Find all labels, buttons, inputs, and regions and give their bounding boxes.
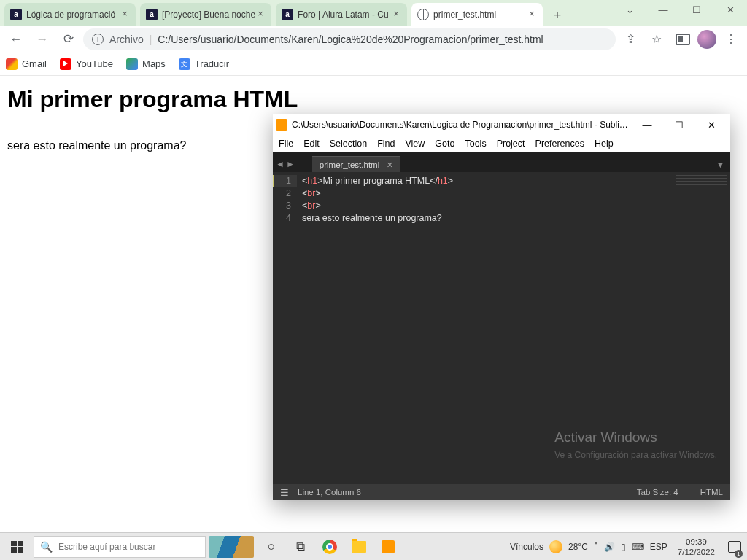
status-language[interactable]: HTML: [700, 488, 723, 497]
notifications-button[interactable]: 1: [725, 533, 744, 561]
maximize-button[interactable]: ☐: [680, 0, 713, 22]
bookmark-label: Traducir: [195, 58, 229, 69]
start-button[interactable]: [0, 533, 34, 561]
new-tab-button[interactable]: +: [547, 6, 568, 26]
clock-time: 09:39: [678, 537, 715, 547]
volume-icon[interactable]: 🔊: [604, 542, 615, 552]
sublime-editor[interactable]: 1 2 3 4 <h1>Mi primer programa HTML</h1>…: [273, 172, 730, 484]
battery-icon[interactable]: ▯: [621, 542, 626, 552]
close-icon[interactable]: ×: [527, 9, 537, 20]
keyboard-icon[interactable]: ⌨: [632, 542, 644, 552]
cortana-icon[interactable]: ○: [257, 533, 286, 561]
menu-icon[interactable]: ⋮: [719, 28, 743, 51]
code-line-2: <br>: [302, 187, 453, 200]
code-line-3: <br>: [302, 200, 453, 212]
chevron-down-icon[interactable]: ▼: [711, 158, 730, 172]
tab-1[interactable]: a [Proyecto] Buena noche ×: [140, 3, 271, 26]
bookmark-youtube[interactable]: YouTube: [60, 58, 113, 70]
tab-0[interactable]: a Lógica de programació ×: [4, 3, 136, 26]
tab-2[interactable]: a Foro | Alura Latam - Cu ×: [276, 3, 407, 26]
line-number: 2: [273, 187, 291, 200]
notification-count: 1: [735, 550, 743, 558]
bookmark-label: Gmail: [22, 58, 47, 69]
sublime-tab-arrows: ◄ ►: [273, 159, 298, 172]
menu-tools[interactable]: Tools: [465, 139, 486, 149]
close-icon[interactable]: ×: [387, 159, 392, 171]
tab-title: [Proyecto] Buena noche: [162, 9, 255, 20]
bookmark-maps[interactable]: Maps: [126, 58, 166, 70]
sublime-window: C:\Users\usuario\Documents\Karen\Logica …: [273, 114, 730, 500]
menu-help[interactable]: Help: [595, 139, 614, 149]
reload-button[interactable]: ⟳: [57, 28, 80, 51]
share-icon[interactable]: ⇪: [619, 28, 642, 51]
menu-goto[interactable]: Goto: [435, 139, 454, 149]
bookmark-translate[interactable]: 文 Traducir: [179, 58, 229, 70]
arrow-right-icon[interactable]: ►: [286, 159, 295, 169]
menu-file[interactable]: File: [279, 139, 293, 149]
search-icon: 🔍: [40, 541, 53, 553]
youtube-icon: [60, 58, 71, 70]
forward-button[interactable]: →: [31, 28, 54, 51]
bookmarks-bar: Gmail YouTube Maps 文 Traducir: [0, 52, 747, 76]
status-position[interactable]: Line 1, Column 6: [298, 488, 361, 497]
extensions-icon[interactable]: [676, 34, 690, 45]
menu-project[interactable]: Project: [497, 139, 525, 149]
tab-3-active[interactable]: primer_test.html ×: [411, 3, 543, 26]
tab-title: primer_test.html: [433, 9, 527, 20]
line-number: 3: [273, 200, 291, 212]
sidebar-toggle-icon[interactable]: ☰: [280, 487, 293, 498]
menu-selection[interactable]: Selection: [330, 139, 367, 149]
code-line-1: <h1>Mi primer programa HTML</h1>: [302, 175, 453, 187]
chevron-down-icon[interactable]: ⌄: [613, 0, 646, 22]
sublime-maximize-button[interactable]: ☐: [663, 120, 695, 131]
back-button[interactable]: ←: [4, 28, 28, 51]
url-field[interactable]: i Archivo | C:/Users/usuario/Documents/K…: [83, 28, 616, 50]
bookmark-label: Maps: [142, 58, 166, 69]
minimize-button[interactable]: —: [646, 0, 680, 22]
status-tab-size[interactable]: Tab Size: 4: [637, 488, 678, 497]
close-icon[interactable]: ×: [391, 9, 401, 20]
menu-find[interactable]: Find: [377, 139, 395, 149]
close-button[interactable]: ✕: [713, 0, 747, 22]
maps-icon: [126, 58, 138, 70]
taskbar-search[interactable]: 🔍 Escribe aquí para buscar: [34, 536, 206, 558]
task-view-icon[interactable]: ⧉: [286, 533, 315, 561]
sublime-menu-bar: File Edit Selection Find View Goto Tools…: [273, 136, 730, 152]
sublime-minimize-button[interactable]: —: [631, 120, 663, 131]
chevron-up-icon[interactable]: ˄: [594, 542, 598, 552]
arrow-left-icon[interactable]: ◄: [276, 159, 285, 169]
input-language[interactable]: ESP: [650, 542, 667, 552]
taskbar-explorer[interactable]: [344, 533, 374, 561]
line-number: 1: [273, 175, 297, 187]
menu-preferences[interactable]: Preferences: [535, 139, 584, 149]
sublime-close-button[interactable]: ✕: [695, 120, 727, 131]
close-icon[interactable]: ×: [255, 9, 266, 20]
menu-edit[interactable]: Edit: [303, 139, 320, 149]
profile-avatar[interactable]: [697, 30, 716, 49]
star-icon[interactable]: ☆: [645, 28, 668, 51]
sublime-title-bar[interactable]: C:\Users\usuario\Documents\Karen\Logica …: [273, 114, 730, 136]
close-icon[interactable]: ×: [120, 9, 130, 20]
sublime-tab-active[interactable]: primer_test.html ×: [312, 156, 400, 172]
news-widget[interactable]: [209, 536, 254, 558]
gmail-icon: [6, 58, 18, 70]
menu-view[interactable]: View: [405, 139, 425, 149]
clock[interactable]: 09:39 7/12/2022: [673, 537, 719, 557]
code-area[interactable]: <h1>Mi primer programa HTML</h1> <br> <b…: [298, 172, 457, 484]
taskbar-chrome[interactable]: [315, 533, 344, 561]
taskbar-sublime[interactable]: [374, 533, 403, 561]
gutter: 1 2 3 4: [273, 172, 298, 484]
sublime-title-text: C:\Users\usuario\Documents\Karen\Logica …: [292, 120, 631, 130]
translate-icon: 文: [179, 58, 190, 70]
window-controls: ⌄ — ☐ ✕: [613, 0, 747, 22]
info-icon[interactable]: i: [92, 34, 104, 45]
minimap[interactable]: [676, 175, 727, 188]
bookmark-gmail[interactable]: Gmail: [6, 58, 47, 70]
links-label[interactable]: Vínculos: [510, 542, 543, 552]
sublime-logo-icon: [276, 119, 287, 131]
temperature[interactable]: 28°C: [568, 542, 588, 552]
windows-activation-watermark: Activar Windows Ve a Configuración para …: [554, 429, 717, 464]
address-bar: ← → ⟳ i Archivo | C:/Users/usuario/Docum…: [0, 26, 747, 52]
system-tray: Vínculos 28°C ˄ 🔊 ▯ ⌨ ESP 09:39 7/12/202…: [510, 533, 747, 561]
sublime-status-bar: ☰ Line 1, Column 6 Tab Size: 4 HTML: [273, 484, 730, 500]
